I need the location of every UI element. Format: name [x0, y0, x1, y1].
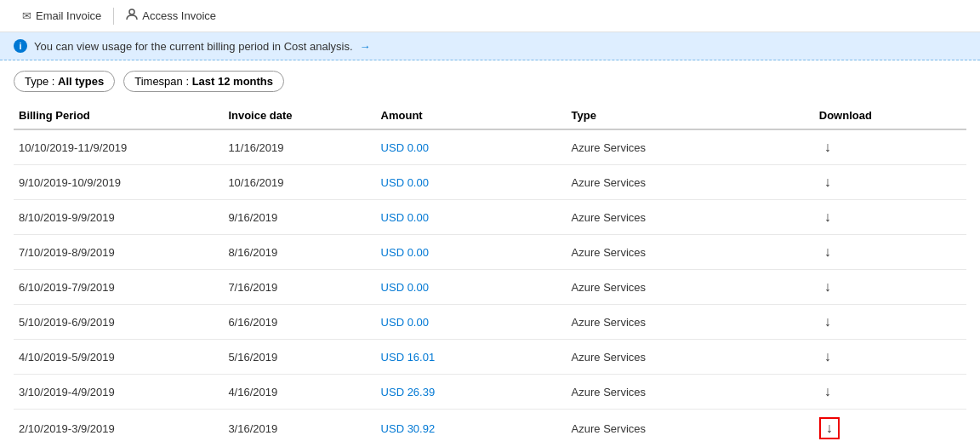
amount-link[interactable]: USD 16.01	[381, 351, 436, 364]
cell-billing-period: 7/10/2019-8/9/2019	[14, 235, 223, 270]
download-button[interactable]: ↓	[819, 138, 836, 157]
cell-download[interactable]: ↓	[814, 270, 966, 305]
cell-invoice-date: 5/16/2019	[223, 340, 375, 375]
cell-billing-period: 6/10/2019-7/9/2019	[14, 270, 223, 305]
cell-amount[interactable]: USD 30.92	[376, 410, 567, 448]
toolbar-separator	[113, 8, 114, 25]
table-row: 2/10/2019-3/9/20193/16/2019USD 30.92Azur…	[14, 410, 966, 448]
cell-invoice-date: 11/16/2019	[223, 129, 375, 165]
email-icon: ✉	[22, 9, 31, 22]
table-row: 3/10/2019-4/9/20194/16/2019USD 26.39Azur…	[14, 375, 966, 410]
filters-bar: Type : All types Timespan : Last 12 mont…	[0, 60, 980, 102]
cell-type: Azure Services	[567, 235, 814, 270]
cell-amount[interactable]: USD 0.00	[376, 200, 567, 235]
cell-download[interactable]: ↓	[814, 340, 966, 375]
amount-link[interactable]: USD 0.00	[381, 176, 429, 189]
table-row: 6/10/2019-7/9/20197/16/2019USD 0.00Azure…	[14, 270, 966, 305]
cell-type: Azure Services	[567, 340, 814, 375]
info-icon: i	[14, 39, 27, 53]
amount-link[interactable]: USD 0.00	[381, 316, 429, 329]
download-button[interactable]: ↓	[819, 382, 836, 401]
cell-invoice-date: 4/16/2019	[223, 375, 375, 410]
cell-billing-period: 8/10/2019-9/9/2019	[14, 200, 223, 235]
cell-type: Azure Services	[567, 129, 814, 165]
cell-amount[interactable]: USD 16.01	[376, 340, 567, 375]
access-invoice-button[interactable]: Access Invoice	[117, 5, 225, 26]
cell-download[interactable]: ↓	[814, 165, 966, 200]
table-row: 4/10/2019-5/9/20195/16/2019USD 16.01Azur…	[14, 340, 966, 375]
cell-download[interactable]: ↓	[814, 200, 966, 235]
banner-link[interactable]: →	[360, 40, 371, 53]
amount-link[interactable]: USD 0.00	[381, 281, 429, 294]
amount-link[interactable]: USD 0.00	[381, 246, 429, 259]
cell-type: Azure Services	[567, 200, 814, 235]
cell-amount[interactable]: USD 0.00	[376, 235, 567, 270]
cell-amount[interactable]: USD 26.39	[376, 375, 567, 410]
table-row: 5/10/2019-6/9/20196/16/2019USD 0.00Azure…	[14, 305, 966, 340]
cell-billing-period: 2/10/2019-3/9/2019	[14, 410, 223, 448]
cell-billing-period: 10/10/2019-11/9/2019	[14, 129, 223, 165]
cell-invoice-date: 7/16/2019	[223, 270, 375, 305]
col-header-download: Download	[814, 102, 966, 129]
table-row: 10/10/2019-11/9/201911/16/2019USD 0.00Az…	[14, 129, 966, 165]
cell-type: Azure Services	[567, 375, 814, 410]
amount-link[interactable]: USD 30.92	[381, 422, 436, 435]
download-button[interactable]: ↓	[819, 243, 836, 261]
col-header-invoice-date: Invoice date	[223, 102, 375, 129]
cell-amount[interactable]: USD 0.00	[376, 129, 567, 165]
access-invoice-label: Access Invoice	[142, 9, 216, 22]
cell-billing-period: 5/10/2019-6/9/2019	[14, 305, 223, 340]
cell-type: Azure Services	[567, 165, 814, 200]
table-row: 8/10/2019-9/9/20199/16/2019USD 0.00Azure…	[14, 200, 966, 235]
cell-billing-period: 4/10/2019-5/9/2019	[14, 340, 223, 375]
cell-invoice-date: 8/16/2019	[223, 235, 375, 270]
cell-download[interactable]: ↓	[814, 305, 966, 340]
col-header-billing: Billing Period	[14, 102, 223, 129]
cell-download[interactable]: ↓	[814, 235, 966, 270]
download-button[interactable]: ↓	[819, 417, 840, 439]
col-header-amount: Amount	[376, 102, 567, 129]
table-row: 9/10/2019-10/9/201910/16/2019USD 0.00Azu…	[14, 165, 966, 200]
amount-link[interactable]: USD 0.00	[381, 211, 429, 224]
cell-invoice-date: 10/16/2019	[223, 165, 375, 200]
cell-billing-period: 3/10/2019-4/9/2019	[14, 375, 223, 410]
download-button[interactable]: ↓	[819, 347, 836, 366]
type-filter[interactable]: Type : All types	[14, 71, 115, 92]
toolbar: ✉ Email Invoice Access Invoice	[0, 0, 980, 32]
cell-type: Azure Services	[567, 270, 814, 305]
download-button[interactable]: ↓	[819, 208, 836, 226]
cell-billing-period: 9/10/2019-10/9/2019	[14, 165, 223, 200]
cell-invoice-date: 3/16/2019	[223, 410, 375, 448]
cell-amount[interactable]: USD 0.00	[376, 270, 567, 305]
invoices-table: Billing Period Invoice date Amount Type …	[14, 102, 966, 447]
svg-point-0	[129, 9, 134, 14]
cell-download[interactable]: ↓	[814, 375, 966, 410]
download-button[interactable]: ↓	[819, 173, 836, 192]
info-banner: i You can view usage for the current bil…	[0, 32, 980, 60]
banner-text: You can view usage for the current billi…	[34, 40, 353, 53]
cell-invoice-date: 9/16/2019	[223, 200, 375, 235]
table-body: 10/10/2019-11/9/201911/16/2019USD 0.00Az…	[14, 129, 966, 447]
timespan-filter[interactable]: Timespan : Last 12 months	[123, 71, 284, 92]
amount-link[interactable]: USD 0.00	[381, 141, 429, 154]
cell-download[interactable]: ↓	[814, 410, 966, 448]
table-row: 7/10/2019-8/9/20198/16/2019USD 0.00Azure…	[14, 235, 966, 270]
amount-link[interactable]: USD 26.39	[381, 386, 436, 398]
cell-type: Azure Services	[567, 305, 814, 340]
cell-amount[interactable]: USD 0.00	[376, 305, 567, 340]
cell-invoice-date: 6/16/2019	[223, 305, 375, 340]
email-invoice-button[interactable]: ✉ Email Invoice	[14, 6, 110, 26]
email-invoice-label: Email Invoice	[36, 9, 101, 22]
cell-download[interactable]: ↓	[814, 129, 966, 165]
download-button[interactable]: ↓	[819, 278, 836, 296]
invoices-table-container: Billing Period Invoice date Amount Type …	[0, 102, 980, 447]
table-header: Billing Period Invoice date Amount Type …	[14, 102, 966, 129]
cell-type: Azure Services	[567, 410, 814, 448]
download-button[interactable]: ↓	[819, 312, 836, 331]
timespan-filter-label: Timespan : Last 12 months	[134, 75, 273, 88]
cell-amount[interactable]: USD 0.00	[376, 165, 567, 200]
col-header-type: Type	[567, 102, 814, 129]
type-filter-label: Type : All types	[25, 75, 104, 88]
access-icon	[126, 9, 138, 23]
